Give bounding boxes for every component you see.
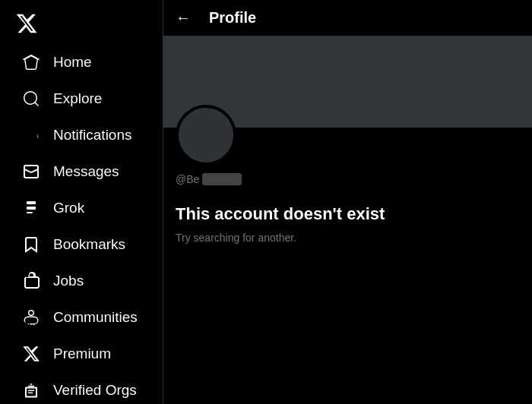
sidebar-item-bookmarks[interactable]: Bookmarks [6, 227, 157, 262]
envelope-icon [21, 162, 41, 181]
bookmark-icon [21, 235, 41, 254]
sidebar-item-messages[interactable]: Messages [6, 154, 157, 189]
home-icon [21, 52, 41, 72]
sidebar-item-explore[interactable]: Explore [6, 81, 157, 116]
not-exist-subtitle: Try searching for another. [176, 232, 520, 244]
sidebar-item-home-label: Home [53, 54, 92, 71]
sidebar-item-verified-orgs-label: Verified Orgs [53, 382, 137, 399]
username-at-symbol: @Be [176, 173, 199, 185]
sidebar-item-jobs-label: Jobs [53, 273, 84, 289]
bell-icon [21, 125, 41, 145]
sidebar-item-messages-label: Messages [53, 163, 119, 180]
sidebar-nav: Home Explore Notifications Messages [0, 44, 163, 404]
page-title: Profile [209, 9, 256, 27]
x-premium-icon [21, 344, 41, 364]
sidebar-item-grok[interactable]: Grok [6, 191, 157, 226]
sidebar-item-communities[interactable]: Communities [6, 300, 157, 335]
briefcase-icon [21, 271, 41, 291]
x-logo-icon [15, 12, 38, 35]
not-exist-title: This account doesn't exist [176, 204, 520, 226]
sidebar-item-verified-orgs[interactable]: Verified Orgs [6, 373, 157, 404]
main-content: ← Profile @Be•••••••• This account doesn… [163, 0, 532, 404]
sidebar-item-premium[interactable]: Premium [6, 336, 157, 371]
back-button[interactable]: ← [176, 9, 191, 27]
avatar [176, 105, 236, 166]
sidebar-item-home[interactable]: Home [6, 45, 157, 80]
sidebar-item-communities-label: Communities [53, 309, 138, 326]
sidebar-item-bookmarks-label: Bookmarks [53, 236, 125, 253]
sidebar-item-jobs[interactable]: Jobs [6, 264, 157, 298]
sidebar: Home Explore Notifications Messages [0, 0, 163, 404]
communities-icon [21, 308, 41, 327]
profile-banner [163, 36, 532, 128]
sidebar-item-notifications[interactable]: Notifications [6, 118, 157, 153]
grok-icon [21, 198, 41, 218]
verified-icon [21, 380, 41, 400]
username-redacted: •••••••• [202, 173, 241, 185]
sidebar-item-explore-label: Explore [53, 90, 102, 107]
sidebar-item-premium-label: Premium [53, 346, 111, 362]
sidebar-item-grok-label: Grok [53, 200, 84, 216]
sidebar-logo[interactable] [0, 6, 163, 41]
search-icon [21, 89, 41, 109]
sidebar-item-notifications-label: Notifications [53, 127, 132, 144]
username-display: @Be•••••••• [176, 173, 520, 185]
top-bar: ← Profile [163, 0, 532, 36]
profile-avatar-wrap [176, 105, 236, 166]
